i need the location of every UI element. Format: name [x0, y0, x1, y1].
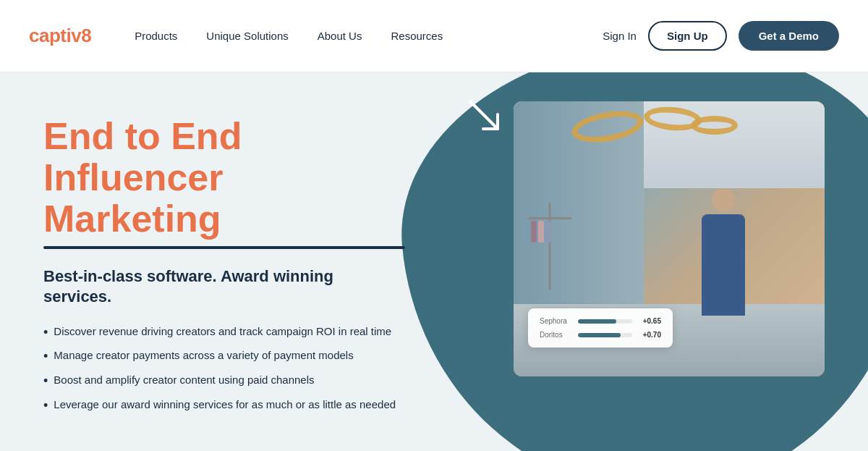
bullet-3: Boost and amplify creator content using …: [43, 374, 405, 389]
bullet-1: Discover revenue driving creators and tr…: [43, 325, 405, 341]
rack-horizontal: [528, 217, 571, 219]
data-row-sephora: Sephora +0.65: [540, 317, 661, 325]
sign-in-link[interactable]: Sign In: [603, 30, 637, 42]
get-demo-button[interactable]: Get a Demo: [739, 21, 839, 51]
sign-up-button[interactable]: Sign Up: [648, 21, 727, 51]
nav-actions: Sign In Sign Up Get a Demo: [603, 21, 839, 51]
person-head: [712, 188, 735, 211]
nav-item-about-us[interactable]: About Us: [318, 30, 362, 42]
hero-subtitle: Best-in-class software. Award winning se…: [43, 266, 405, 308]
person-silhouette: [694, 188, 752, 333]
video-scene: Sephora +0.65 Doritos +0.70: [514, 101, 825, 376]
bullet-2: Manage creator payments across a variety…: [43, 349, 405, 365]
nav-item-unique-solutions[interactable]: Unique Solutions: [206, 30, 288, 42]
data-row-doritos: Doritos +0.70: [540, 331, 661, 339]
data-value-doritos: +0.70: [638, 331, 661, 339]
person-body: [702, 214, 745, 316]
hero-arrow: [463, 94, 506, 140]
logo[interactable]: captiv8: [29, 25, 91, 47]
data-bar-sephora: [578, 319, 616, 324]
hero-bullets: Discover revenue driving creators and tr…: [43, 325, 405, 413]
navbar: captiv8 Products Unique Solutions About …: [0, 0, 868, 72]
rack-bar: [549, 203, 551, 290]
data-label-sephora: Sephora: [540, 317, 572, 325]
nav-links: Products Unique Solutions About Us Resou…: [135, 30, 603, 42]
data-bar-container-doritos: [578, 333, 632, 337]
cloth-1: [531, 221, 537, 243]
hero-underline: [43, 246, 405, 249]
hero-content: End to End Influencer Marketing Best-in-…: [0, 72, 434, 442]
nav-item-products[interactable]: Products: [135, 30, 177, 42]
hero-section: End to End Influencer Marketing Best-in-…: [0, 72, 868, 451]
data-bar-container-sephora: [578, 319, 632, 324]
cloth-3: [545, 221, 551, 243]
data-label-doritos: Doritos: [540, 331, 572, 339]
ring-light-3: [691, 116, 738, 135]
video-card[interactable]: Sephora +0.65 Doritos +0.70: [514, 101, 825, 376]
data-value-sephora: +0.65: [638, 317, 661, 325]
hero-title: End to End Influencer Marketing: [43, 116, 405, 240]
logo-accent: 8: [81, 25, 91, 46]
cloth-2: [538, 221, 544, 243]
nav-item-resources[interactable]: Resources: [391, 30, 443, 42]
rack-clothes: [531, 221, 551, 243]
data-overlay: Sephora +0.65 Doritos +0.70: [528, 308, 673, 347]
svg-line-0: [470, 101, 498, 129]
data-bar-doritos: [578, 333, 621, 337]
clothes-rack: [528, 203, 571, 319]
bullet-4: Leverage our award winning services for …: [43, 398, 405, 414]
logo-text: captiv: [29, 25, 81, 46]
